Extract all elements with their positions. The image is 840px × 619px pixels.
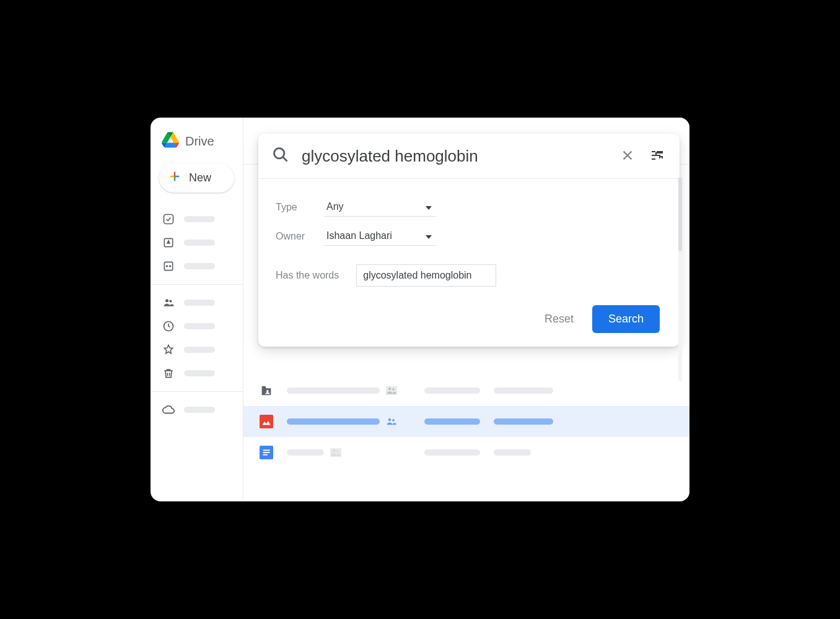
star-icon (162, 343, 175, 357)
svg-rect-11 (260, 415, 273, 428)
list-item[interactable] (243, 437, 689, 468)
svg-rect-0 (164, 215, 173, 224)
caret-down-icon (426, 230, 432, 241)
svg-point-19 (336, 450, 339, 452)
svg-point-4 (169, 265, 171, 267)
svg-point-10 (392, 388, 395, 391)
nav-item-recent[interactable] (151, 314, 243, 338)
svg-point-20 (274, 149, 284, 158)
new-button-label: New (189, 171, 211, 184)
check-badge-icon (162, 212, 175, 226)
file-list (243, 375, 689, 468)
filter-type-label: Type (276, 202, 313, 213)
svg-point-9 (388, 387, 392, 391)
folder-shared-icon (260, 384, 273, 397)
owner-placeholder (424, 387, 480, 394)
nav-item-shared-drives[interactable] (151, 254, 243, 278)
svg-rect-15 (263, 449, 270, 451)
clear-search-button[interactable] (619, 147, 636, 165)
svg-rect-17 (263, 454, 268, 456)
image-file-icon (260, 415, 273, 428)
shared-drives-icon (162, 259, 175, 273)
nav-item-trash[interactable] (151, 361, 243, 385)
divider (258, 178, 680, 179)
svg-rect-2 (164, 262, 172, 270)
svg-point-6 (169, 300, 172, 302)
nav-item-storage[interactable] (151, 398, 243, 422)
list-item[interactable] (243, 406, 689, 437)
search-button[interactable]: Search (592, 305, 660, 333)
svg-point-12 (388, 418, 392, 422)
tune-icon (650, 148, 665, 165)
filter-owner-value: Ishaan Laghari (326, 230, 392, 241)
modified-placeholder (494, 449, 531, 456)
filter-type-row: Type Any (258, 193, 680, 222)
scrollbar[interactable] (678, 177, 682, 381)
search-options-button[interactable] (649, 147, 666, 165)
svg-point-18 (333, 449, 336, 452)
svg-point-13 (392, 419, 395, 422)
nav-group-secondary (151, 284, 243, 391)
drive-logo-icon (162, 131, 179, 151)
filter-owner-select[interactable]: Ishaan Laghari (324, 227, 435, 246)
drive-small-icon (162, 236, 175, 249)
close-icon (621, 149, 634, 164)
filter-type-value: Any (326, 201, 344, 212)
search-icon (272, 146, 289, 166)
nav-label-placeholder (184, 323, 215, 329)
brand-name: Drive (185, 134, 214, 149)
nav-group-storage (151, 391, 243, 428)
cloud-icon (162, 403, 175, 417)
svg-rect-16 (263, 452, 270, 453)
nav-label-placeholder (184, 216, 215, 222)
drive-window: Drive New (151, 118, 689, 501)
nav-item-starred[interactable] (151, 338, 243, 361)
shared-icon (386, 386, 397, 395)
people-icon (162, 296, 175, 310)
nav-label-placeholder (184, 407, 215, 413)
docs-file-icon (260, 446, 273, 459)
modified-placeholder (494, 387, 553, 394)
scrollbar-thumb[interactable] (678, 177, 682, 251)
owner-placeholder (424, 449, 480, 456)
filter-words-row: Has the words (258, 259, 680, 292)
nav-label-placeholder (184, 263, 215, 269)
filter-words-input[interactable] (356, 264, 496, 287)
owner-placeholder (424, 418, 480, 425)
modified-placeholder (494, 418, 553, 425)
advanced-search-panel: Type Any Owner Ishaan Laghari Has the wo… (258, 134, 680, 347)
search-panel-actions: Reset Search (258, 292, 680, 333)
search-input[interactable] (302, 147, 606, 166)
svg-point-5 (165, 299, 168, 302)
filter-owner-label: Owner (276, 231, 313, 242)
clock-icon (162, 319, 175, 333)
nav-item-shared-with-me[interactable] (151, 291, 243, 314)
nav-group-primary (151, 201, 243, 284)
shared-icon (330, 448, 341, 457)
file-name-placeholder (287, 418, 380, 425)
nav-label-placeholder (184, 240, 215, 246)
reset-button[interactable]: Reset (545, 313, 574, 326)
filter-words-label: Has the words (276, 270, 339, 281)
shared-icon (386, 417, 397, 426)
filter-owner-row: Owner Ishaan Laghari (258, 222, 680, 251)
nav-item-priority[interactable] (151, 207, 243, 231)
file-name-placeholder (287, 387, 380, 394)
trash-icon (162, 366, 175, 380)
new-button[interactable]: New (159, 163, 234, 193)
nav-label-placeholder (184, 347, 215, 353)
sidebar: Drive New (151, 118, 243, 501)
nav-label-placeholder (184, 300, 215, 306)
brand[interactable]: Drive (151, 128, 243, 162)
list-item[interactable] (243, 375, 689, 406)
svg-point-3 (166, 265, 168, 267)
file-name-placeholder (287, 449, 324, 456)
caret-down-icon (426, 201, 432, 212)
search-bar (258, 134, 680, 178)
svg-point-8 (266, 390, 269, 392)
nav-item-my-drive[interactable] (151, 231, 243, 254)
plus-icon (168, 170, 182, 186)
nav-label-placeholder (184, 370, 215, 376)
filter-type-select[interactable]: Any (324, 197, 435, 217)
